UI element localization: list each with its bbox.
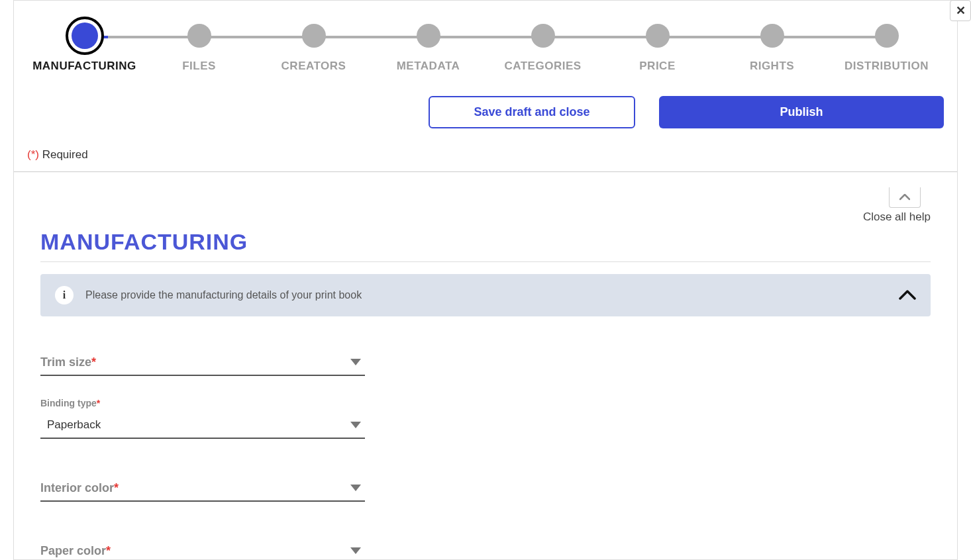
step-dot-icon xyxy=(531,24,555,48)
step-label: METADATA xyxy=(397,60,460,73)
chevron-down-icon xyxy=(350,547,361,554)
required-star-icon: * xyxy=(97,398,100,408)
close-all-help-link[interactable]: Close all help xyxy=(40,210,931,224)
wizard-header: MANUFACTURING FILES CREATORS METADATA xyxy=(14,1,957,172)
required-star-icon: * xyxy=(114,481,119,494)
close-icon: ✕ xyxy=(956,3,966,18)
field-value: Paperback xyxy=(40,418,350,432)
chevron-up-icon xyxy=(899,286,916,304)
trim-size-select[interactable]: Trim size* xyxy=(40,350,365,376)
step-dot-icon xyxy=(187,24,211,48)
collapse-panel-toggle[interactable] xyxy=(889,187,921,208)
required-star-icon: * xyxy=(91,355,96,369)
stepper: MANUFACTURING FILES CREATORS METADATA xyxy=(27,24,944,73)
step-dot-icon xyxy=(760,24,784,48)
step-label: FILES xyxy=(182,60,216,73)
step-dot-icon xyxy=(875,24,899,48)
step-label: RIGHTS xyxy=(750,60,794,73)
publish-button[interactable]: Publish xyxy=(659,96,944,128)
content-scroll-area[interactable]: Close all help MANUFACTURING i Please pr… xyxy=(14,187,957,559)
chevron-up-icon xyxy=(899,194,910,201)
modal-frame: MANUFACTURING FILES CREATORS METADATA xyxy=(13,0,958,560)
step-dot-icon xyxy=(302,24,326,48)
step-categories[interactable]: CATEGORIES xyxy=(486,24,600,73)
close-modal-button[interactable]: ✕ xyxy=(950,0,971,21)
step-label: MANUFACTURING xyxy=(32,60,136,73)
step-metadata[interactable]: METADATA xyxy=(371,24,486,73)
field-label: Trim size* xyxy=(40,355,350,369)
step-files[interactable]: FILES xyxy=(142,24,256,73)
required-star-icon: * xyxy=(106,544,111,557)
step-label: CATEGORIES xyxy=(504,60,581,73)
step-label: PRICE xyxy=(639,60,675,73)
chevron-down-icon xyxy=(350,359,361,365)
info-icon: i xyxy=(55,286,74,304)
step-label: DISTRIBUTION xyxy=(844,60,929,73)
field-label: Binding type* xyxy=(40,398,100,408)
content-inner: Close all help MANUFACTURING i Please pr… xyxy=(14,187,957,559)
paper-color-select[interactable]: Paper color* xyxy=(40,538,365,559)
step-price[interactable]: PRICE xyxy=(600,24,715,73)
required-legend: (*) Required xyxy=(27,148,944,162)
step-creators[interactable]: CREATORS xyxy=(256,24,371,73)
step-label: CREATORS xyxy=(281,60,346,73)
action-button-row: Save draft and close Publish xyxy=(27,96,944,128)
info-banner-text: Please provide the manufacturing details… xyxy=(85,289,887,301)
field-label: Interior color* xyxy=(40,481,350,495)
manufacturing-form: Trim size* Binding type* Paperback Inter… xyxy=(40,350,365,559)
chevron-down-icon xyxy=(350,422,361,428)
step-distribution[interactable]: DISTRIBUTION xyxy=(829,24,944,73)
required-text: Required xyxy=(39,148,88,161)
info-banner[interactable]: i Please provide the manufacturing detai… xyxy=(40,274,931,316)
step-rights[interactable]: RIGHTS xyxy=(715,24,829,73)
section-title: MANUFACTURING xyxy=(40,229,931,262)
step-dot-icon xyxy=(646,24,670,48)
field-label: Paper color* xyxy=(40,544,350,558)
interior-color-select[interactable]: Interior color* xyxy=(40,475,365,502)
required-marker: (*) xyxy=(27,148,39,161)
save-draft-button[interactable]: Save draft and close xyxy=(429,96,635,128)
binding-type-select[interactable]: Binding type* Paperback xyxy=(40,412,365,439)
step-dot-icon xyxy=(417,24,440,48)
chevron-down-icon xyxy=(350,485,361,491)
step-dot-icon xyxy=(72,23,98,49)
step-manufacturing[interactable]: MANUFACTURING xyxy=(27,24,142,73)
